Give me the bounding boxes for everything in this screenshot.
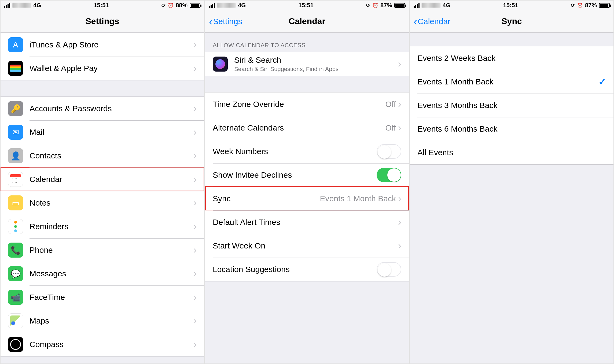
chevron-right-icon: › (398, 99, 401, 110)
status-bar: 4G 15:51 ⟳ ⏰ 88% (1, 1, 204, 10)
nav-bar: Settings (1, 10, 204, 33)
signal-icon (209, 3, 215, 8)
chevron-left-icon: ‹ (414, 16, 417, 27)
row-contacts[interactable]: 👤Contacts› (1, 144, 204, 168)
clock: 15:51 (246, 2, 366, 9)
option-events-1-month-back[interactable]: Events 1 Month Back✓ (410, 70, 613, 94)
page-title: Settings (1, 16, 204, 26)
row-label: Accounts & Passwords (30, 104, 112, 113)
back-label: Settings (213, 17, 242, 26)
row-mail[interactable]: ✉Mail› (1, 120, 204, 144)
row-label: Notes (30, 198, 50, 207)
carrier-text (422, 3, 440, 8)
row-label: Show Invitee Declines (213, 170, 292, 180)
section-header-access: ALLOW CALENDAR TO ACCESS (205, 33, 409, 52)
chevron-right-icon: › (193, 292, 197, 303)
row-sync[interactable]: SyncEvents 1 Month Back› (205, 187, 409, 210)
option-label: Events 2 Weeks Back (417, 54, 495, 63)
appstore-icon: A (8, 37, 23, 52)
chevron-right-icon: › (398, 58, 401, 70)
nav-bar: ‹ Settings Calendar (205, 10, 409, 33)
option-label: Events 1 Month Back (417, 77, 493, 86)
row-label: Messages (30, 269, 66, 278)
battery-icon (190, 3, 200, 8)
chevron-right-icon: › (193, 174, 197, 185)
network-type: 4G (33, 2, 41, 9)
back-button[interactable]: ‹ Calendar (414, 16, 450, 27)
row-label: Week Numbers (213, 147, 268, 156)
row-alternate-calendars[interactable]: Alternate CalendarsOff› (205, 116, 409, 140)
notes-icon: ▭ (8, 195, 23, 210)
row-location-suggestions[interactable]: Location Suggestions (205, 258, 409, 281)
chevron-right-icon: › (398, 217, 401, 228)
row-label: iTunes & App Store (30, 40, 98, 49)
row-show-invitee-declines[interactable]: Show Invitee Declines (205, 163, 409, 187)
orientation-lock-icon: ⟳ (366, 2, 370, 8)
chevron-right-icon: › (398, 193, 401, 204)
toggle-week-numbers[interactable] (377, 144, 401, 159)
row-label: Maps (30, 316, 49, 325)
row-messages[interactable]: 💬Messages› (1, 262, 204, 285)
row-facetime[interactable]: 📹FaceTime› (1, 285, 204, 309)
row-compass[interactable]: Compass› (1, 333, 204, 356)
row-notes[interactable]: ▭Notes› (1, 191, 204, 215)
chevron-right-icon: › (193, 221, 197, 232)
siri-icon (213, 57, 228, 72)
screen-calendar-settings: 4G 15:51 ⟳ ⏰ 87% ‹ Settings Calendar ALL… (205, 0, 409, 364)
signal-icon (4, 3, 10, 8)
row-label: Phone (30, 246, 53, 255)
mail-icon: ✉ (8, 125, 23, 140)
alarm-icon: ⏰ (577, 2, 583, 8)
battery-icon (599, 3, 610, 8)
row-week-numbers[interactable]: Week Numbers (205, 140, 409, 163)
row-value: Off (385, 100, 396, 109)
option-events-2-weeks-back[interactable]: Events 2 Weeks Back (410, 46, 613, 70)
option-label: Events 6 Months Back (417, 124, 497, 133)
chevron-right-icon: › (193, 268, 197, 279)
row-phone[interactable]: 📞Phone› (1, 238, 204, 262)
orientation-lock-icon: ⟳ (571, 2, 575, 8)
calendar-settings-list: ALLOW CALENDAR TO ACCESS Siri & Search S… (205, 33, 409, 363)
accounts-icon: 🔑 (8, 101, 23, 116)
calendar-icon: ∙∙∙∙∙∙∙∙∙∙ (8, 172, 23, 187)
checkmark-icon: ✓ (598, 76, 606, 87)
toggle-show-invitee-declines[interactable] (377, 168, 401, 182)
toggle-location-suggestions[interactable] (377, 262, 401, 277)
chevron-right-icon: › (193, 315, 197, 326)
row-calendar[interactable]: ∙∙∙∙∙∙∙∙∙∙Calendar› (1, 168, 204, 191)
option-events-3-months-back[interactable]: Events 3 Months Back (410, 94, 613, 117)
wallet-icon (8, 61, 23, 76)
carrier-text (12, 3, 31, 8)
reminders-icon (8, 219, 23, 234)
row-start-week-on[interactable]: Start Week On› (205, 234, 409, 258)
row-value: Events 1 Month Back (320, 194, 396, 203)
row-itunes-app-store[interactable]: AiTunes & App Store› (1, 33, 204, 57)
chevron-right-icon: › (193, 127, 197, 138)
compass-icon (8, 337, 23, 352)
chevron-right-icon: › (193, 197, 197, 209)
option-all-events[interactable]: All Events (410, 141, 613, 164)
battery-percent: 88% (176, 2, 187, 9)
screen-settings: 4G 15:51 ⟳ ⏰ 88% Settings AiTunes & App … (0, 0, 205, 364)
row-maps[interactable]: Maps› (1, 309, 204, 333)
option-events-6-months-back[interactable]: Events 6 Months Back (410, 117, 613, 141)
back-button[interactable]: ‹ Settings (209, 16, 242, 27)
status-bar: 4G 15:51 ⟳ ⏰ 87% (410, 1, 613, 10)
row-reminders[interactable]: Reminders› (1, 215, 204, 238)
row-label: FaceTime (30, 293, 65, 302)
row-label: Alternate Calendars (213, 123, 284, 132)
row-label: Compass (30, 340, 64, 349)
row-time-zone-override[interactable]: Time Zone OverrideOff› (205, 92, 409, 116)
facetime-icon: 📹 (8, 290, 23, 305)
chevron-right-icon: › (193, 244, 197, 256)
row-accounts-passwords[interactable]: 🔑Accounts & Passwords› (1, 97, 204, 120)
row-label: Time Zone Override (213, 100, 284, 109)
clock: 15:51 (450, 2, 571, 9)
row-siri-search[interactable]: Siri & Search Search & Siri Suggestions,… (205, 52, 409, 76)
battery-percent: 87% (585, 2, 597, 9)
row-wallet-apple-pay[interactable]: Wallet & Apple Pay› (1, 57, 204, 80)
row-default-alert-times[interactable]: Default Alert Times› (205, 210, 409, 234)
contacts-icon: 👤 (8, 148, 23, 163)
clock: 15:51 (41, 2, 161, 9)
alarm-icon: ⏰ (168, 2, 174, 8)
